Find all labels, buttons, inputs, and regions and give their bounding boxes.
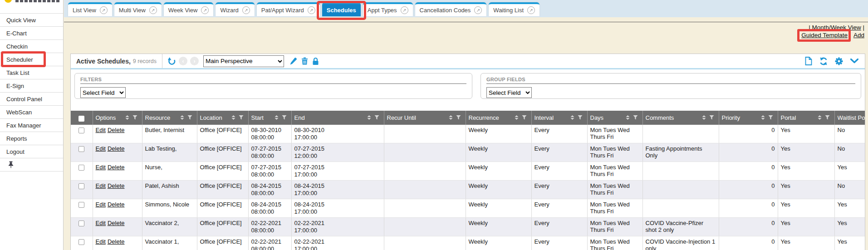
column-header-location[interactable]: Location	[197, 111, 248, 125]
sidebar-item-checkin[interactable]: Checkin	[0, 40, 63, 53]
filter-funnel-icon[interactable]	[187, 114, 192, 121]
tab-list-view[interactable]: List View ↗	[68, 2, 112, 16]
gear-icon[interactable]	[835, 57, 843, 65]
guided-template-link[interactable]: Guided Template	[801, 32, 848, 39]
sort-icon[interactable]	[570, 114, 574, 121]
external-link-arrow-icon[interactable]: ↗	[308, 6, 315, 14]
sort-icon[interactable]	[626, 114, 630, 121]
sidebar-item-webscan[interactable]: WebScan	[0, 106, 63, 119]
filter-funnel-icon[interactable]	[374, 114, 379, 121]
sort-icon[interactable]	[761, 114, 765, 121]
delete-link[interactable]: Delete	[108, 127, 125, 133]
prev-circle-icon[interactable]: ‹	[179, 57, 187, 65]
filter-funnel-icon[interactable]	[522, 114, 527, 121]
edit-link[interactable]: Edit	[96, 164, 106, 171]
pencil-icon[interactable]	[289, 57, 297, 65]
external-link-arrow-icon[interactable]: ↗	[100, 6, 108, 14]
external-link-arrow-icon[interactable]: ↗	[401, 6, 408, 14]
chevron-down-icon[interactable]	[850, 59, 858, 64]
row-checkbox[interactable]	[78, 221, 84, 226]
row-checkbox[interactable]	[78, 165, 84, 171]
external-link-arrow-icon[interactable]: ↗	[474, 6, 482, 14]
external-link-arrow-icon[interactable]: ↗	[242, 6, 250, 14]
sidebar-item-fax-manager[interactable]: Fax Manager	[0, 119, 63, 132]
sort-icon[interactable]	[275, 114, 279, 121]
tab-multi-view[interactable]: Multi View ↗	[114, 2, 162, 16]
sort-icon[interactable]	[180, 114, 184, 121]
next-circle-icon[interactable]: ›	[190, 57, 199, 65]
edit-link[interactable]: Edit	[96, 145, 106, 152]
filter-funnel-icon[interactable]	[768, 114, 773, 121]
pushpin-icon[interactable]	[8, 161, 14, 168]
column-header-waitlist-portal[interactable]: Waitlist Portal	[834, 111, 865, 125]
sort-icon[interactable]	[231, 114, 235, 121]
undo-icon[interactable]	[167, 57, 176, 65]
add-link[interactable]: Add	[853, 32, 864, 39]
edit-link[interactable]: Edit	[96, 201, 106, 208]
delete-link[interactable]: Delete	[108, 238, 125, 245]
row-checkbox[interactable]	[78, 183, 84, 189]
column-header-recurrence[interactable]: Recurrence	[466, 111, 531, 125]
filter-funnel-icon[interactable]	[825, 114, 830, 121]
delete-link[interactable]: Delete	[108, 164, 125, 171]
column-header-portal[interactable]: Portal	[778, 111, 834, 125]
lock-icon[interactable]	[312, 57, 319, 65]
sort-icon[interactable]	[818, 114, 822, 121]
sort-icon[interactable]	[515, 114, 519, 121]
sidebar-item-scheduler[interactable]: Scheduler	[0, 53, 63, 66]
month-week-view-link[interactable]: Month/Week View	[812, 24, 861, 31]
column-header-recur-until[interactable]: Recur Until	[384, 111, 466, 125]
filter-funnel-icon[interactable]	[578, 114, 583, 121]
sidebar-item-task-list[interactable]: Task List	[0, 66, 63, 79]
edit-link[interactable]: Edit	[96, 238, 106, 245]
row-checkbox[interactable]	[78, 127, 84, 133]
external-link-arrow-icon[interactable]: ↗	[149, 6, 157, 14]
perspective-select[interactable]: Main Perspective	[203, 55, 284, 67]
tab-appt-types[interactable]: Appt Types ↗	[363, 2, 413, 16]
sidebar-item-e-sign[interactable]: E-Sign	[0, 79, 63, 93]
column-header-start[interactable]: Start	[248, 111, 291, 125]
column-header-resource[interactable]: Resource	[142, 111, 197, 125]
filter-funnel-icon[interactable]	[633, 114, 638, 121]
filter-funnel-icon[interactable]	[282, 114, 287, 121]
tab-week-view[interactable]: Week View ↗	[164, 2, 214, 16]
tab-pat-appt-wizard[interactable]: Pat/Appt Wizard ↗	[257, 2, 320, 16]
column-header-comments[interactable]: Comments	[642, 111, 719, 125]
delete-link[interactable]: Delete	[108, 220, 125, 226]
sidebar-item-reports[interactable]: Reports	[0, 132, 63, 145]
group-field-select[interactable]: Select Field	[486, 87, 532, 98]
delete-link[interactable]: Delete	[108, 201, 125, 208]
filters-field-select[interactable]: Select Field	[80, 87, 126, 98]
delete-link[interactable]: Delete	[108, 182, 125, 189]
tab-wizard[interactable]: Wizard ↗	[216, 2, 254, 16]
trash-icon[interactable]	[301, 57, 308, 65]
external-link-arrow-icon[interactable]: ↗	[527, 6, 535, 14]
row-checkbox[interactable]	[78, 202, 84, 208]
external-link-arrow-icon[interactable]: ↗	[201, 6, 209, 14]
column-header-priority[interactable]: Priority	[719, 111, 778, 125]
edit-link[interactable]: Edit	[96, 220, 106, 226]
edit-link[interactable]: Edit	[96, 127, 106, 133]
column-header-options[interactable]: Options	[93, 111, 142, 125]
filter-funnel-icon[interactable]	[239, 114, 244, 121]
filter-funnel-icon[interactable]	[709, 114, 714, 121]
filter-funnel-icon[interactable]	[132, 114, 137, 121]
column-header-days[interactable]: Days	[587, 111, 642, 125]
sort-icon[interactable]	[449, 114, 453, 121]
sidebar-item-e-chart[interactable]: E-Chart	[0, 27, 63, 40]
edit-link[interactable]: Edit	[96, 182, 106, 189]
column-header-end[interactable]: End	[291, 111, 384, 125]
sidebar-item-control-panel[interactable]: Control Panel	[0, 93, 63, 106]
filter-funnel-icon[interactable]	[456, 114, 461, 121]
sidebar-item-logout[interactable]: Logout	[0, 145, 63, 158]
delete-link[interactable]: Delete	[108, 145, 125, 152]
row-checkbox[interactable]	[78, 146, 84, 152]
refresh-icon[interactable]	[819, 57, 828, 65]
row-checkbox[interactable]	[78, 239, 84, 245]
tab-cancellation-codes[interactable]: Cancellation Codes ↗	[415, 2, 487, 16]
sort-icon[interactable]	[125, 114, 129, 121]
sidebar-item-quick-view[interactable]: Quick View	[0, 14, 63, 27]
select-all-checkbox[interactable]	[78, 116, 84, 122]
sort-icon[interactable]	[702, 114, 706, 121]
sort-icon[interactable]	[367, 114, 371, 121]
